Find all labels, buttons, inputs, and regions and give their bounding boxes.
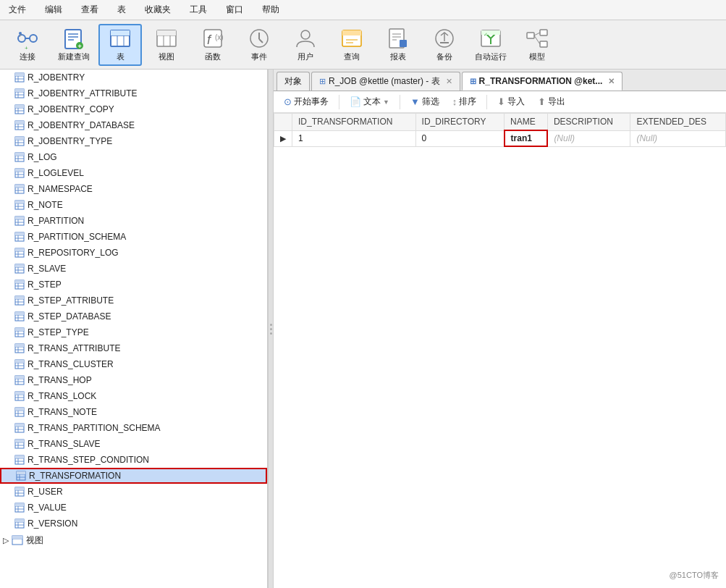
sidebar-resize-handle[interactable]	[268, 70, 274, 588]
text-button[interactable]: 📄 文本 ▼	[345, 94, 394, 109]
sidebar-item-r-trans-lock[interactable]: R_TRANS_LOCK	[0, 388, 267, 404]
menu-window[interactable]: 窗口	[223, 2, 246, 17]
toolbar-backup[interactable]: 备份	[423, 24, 466, 66]
toolbar-connect-label: 连接	[20, 51, 35, 62]
sidebar-item-r-trans-note[interactable]: R_TRANS_NOTE	[0, 404, 267, 420]
sidebar-item-r-step-type[interactable]: R_STEP_TYPE	[0, 324, 267, 340]
col-header-id-transformation[interactable]: ID_TRANSFORMATION	[292, 114, 416, 131]
menu-edit[interactable]: 编辑	[42, 2, 65, 17]
svg-rect-21	[157, 30, 176, 35]
begin-trans-button[interactable]: ⊙ 开始事务	[279, 94, 333, 109]
sidebar-label: R_TRANS_LOCK	[28, 391, 96, 401]
menu-help[interactable]: 帮助	[259, 2, 282, 17]
sidebar-item-r-trans-cluster[interactable]: R_TRANS_CLUSTER	[0, 356, 267, 372]
menu-table[interactable]: 表	[114, 2, 129, 17]
toolbar-model[interactable]: 模型	[515, 24, 559, 66]
table-grid-icon	[14, 391, 25, 401]
sidebar-item-r-jobentry-copy[interactable]: R_JOBENTRY_COPY	[0, 101, 267, 117]
sidebar-item-r-repository-log[interactable]: R_REPOSITORY_LOG	[0, 245, 267, 261]
toolbar-query[interactable]: 查询	[330, 24, 373, 66]
sidebar-item-r-loglevel[interactable]: R_LOGLEVEL	[0, 165, 267, 181]
sidebar-item-r-step[interactable]: R_STEP	[0, 277, 267, 293]
col-header-id-directory[interactable]: ID_DIRECTORY	[415, 114, 505, 131]
table-grid-icon	[14, 311, 25, 322]
sidebar-item-r-user[interactable]: R_USER	[0, 484, 267, 500]
sidebar-item-r-jobentry[interactable]: R_JOBENTRY	[0, 70, 267, 85]
toolbar-report[interactable]: 报表	[376, 24, 420, 66]
toolbar-func[interactable]: f (x) 函数	[191, 24, 235, 66]
sidebar-item-r-transformation[interactable]: R_TRANSFORMATION	[0, 468, 267, 484]
sidebar-item-r-version[interactable]: R_VERSION	[0, 516, 267, 532]
toolbar-event[interactable]: 事件	[237, 24, 281, 66]
sidebar-item-r-slave[interactable]: R_SLAVE	[0, 261, 267, 277]
sidebar-label: R_TRANS_SLAVE	[28, 439, 100, 449]
toolbar-autorun[interactable]: ✓ 自动运行	[469, 24, 512, 66]
tab-rjob-close[interactable]: ✕	[446, 77, 452, 86]
sidebar-item-r-step-attribute[interactable]: R_STEP_ATTRIBUTE	[0, 293, 267, 308]
sidebar-item-r-trans-slave[interactable]: R_TRANS_SLAVE	[0, 436, 267, 452]
cell-extended-des[interactable]: (Null)	[630, 130, 726, 146]
table-row[interactable]: ▶ 1 0 tran1 (Null) (Null)	[274, 130, 726, 146]
cell-name[interactable]: tran1	[505, 130, 548, 146]
menu-favorites[interactable]: 收藏夹	[142, 2, 174, 17]
sidebar-item-r-partition[interactable]: R_PARTITION	[0, 213, 267, 229]
sidebar-views-label: 视图	[26, 534, 43, 547]
svg-rect-154	[15, 392, 24, 395]
col-header-extended-des[interactable]: EXTENDED_DES	[630, 114, 726, 131]
table-grid-icon	[14, 264, 25, 274]
sidebar-item-r-partition-schema[interactable]: R_PARTITION_SCHEMA	[0, 229, 267, 245]
export-icon: ⬆	[538, 96, 546, 107]
svg-text:+: +	[25, 45, 28, 50]
svg-rect-89	[15, 185, 24, 188]
backup-icon	[433, 27, 456, 50]
tab-rjob[interactable]: ⊞ R_JOB @kettle (master) - 表 ✕	[311, 72, 460, 91]
import-icon: ⬇	[497, 96, 505, 107]
menu-tools[interactable]: 工具	[187, 2, 210, 17]
col-header-name[interactable]: NAME	[505, 114, 548, 131]
sort-button[interactable]: ↕ 排序	[448, 94, 481, 109]
sidebar-item-r-log[interactable]: R_LOG	[0, 149, 267, 165]
sidebar-item-r-trans-step-condition[interactable]: R_TRANS_STEP_CONDITION	[0, 452, 267, 468]
menu-file[interactable]: 文件	[6, 2, 29, 17]
func-icon: f (x)	[201, 27, 224, 50]
table-grid-icon	[14, 295, 25, 306]
svg-rect-46	[540, 30, 547, 35]
toolbar-user[interactable]: 用户	[284, 24, 327, 66]
filter-icon: ▼	[410, 96, 420, 107]
col-header-description[interactable]: DESCRIPTION	[547, 114, 630, 131]
sidebar-item-r-trans-attribute[interactable]: R_TRANS_ATTRIBUTE	[0, 340, 267, 356]
toolbar-newquery[interactable]: + 新建查询	[52, 24, 96, 66]
sidebar-item-r-trans-hop[interactable]: R_TRANS_HOP	[0, 372, 267, 388]
tab-objects[interactable]: 对象	[277, 72, 310, 91]
sidebar-label: R_PARTITION	[28, 216, 84, 226]
cell-id-directory[interactable]: 0	[415, 130, 505, 146]
sidebar-item-r-jobentry-type[interactable]: R_JOBENTRY_TYPE	[0, 133, 267, 149]
sidebar-item-r-value[interactable]: R_VALUE	[0, 500, 267, 516]
filter-button[interactable]: ▼ 筛选	[406, 94, 444, 109]
toolbar-table[interactable]: 表	[98, 24, 142, 66]
tab-rtrans[interactable]: ⊞ R_TRANSFORMATION @ket... ✕	[462, 72, 623, 91]
sidebar-label: R_TRANSFORMATION	[29, 471, 121, 481]
watermark: @51CTO博客	[670, 570, 719, 581]
sidebar-item-r-namespace[interactable]: R_NAMESPACE	[0, 181, 267, 197]
sidebar-item-r-trans-partition-schema[interactable]: R_TRANS_PARTITION_SCHEMA	[0, 420, 267, 436]
table-grid-icon	[14, 152, 25, 162]
table-grid-icon	[14, 423, 25, 433]
sidebar-item-r-note[interactable]: R_NOTE	[0, 197, 267, 213]
toolbar-view[interactable]: 视图	[145, 24, 188, 66]
action-sep-2	[400, 95, 400, 109]
svg-rect-174	[15, 455, 24, 458]
sidebar-item-r-jobentry-attribute[interactable]: R_JOBENTRY_ATTRIBUTE	[0, 85, 267, 101]
tab-rtrans-close[interactable]: ✕	[608, 77, 615, 86]
sidebar-item-r-jobentry-database[interactable]: R_JOBENTRY_DATABASE	[0, 117, 267, 133]
begin-trans-label: 开始事务	[294, 96, 329, 108]
import-button[interactable]: ⬇ 导入	[493, 94, 529, 109]
cell-id-transformation[interactable]: 1	[292, 130, 416, 146]
menu-view[interactable]: 查看	[78, 2, 101, 17]
sidebar-item-r-step-database[interactable]: R_STEP_DATABASE	[0, 308, 267, 324]
cell-description[interactable]: (Null)	[547, 130, 630, 146]
toolbar-connect[interactable]: + 连接	[6, 24, 49, 66]
col-header-arrow[interactable]	[274, 114, 292, 131]
export-button[interactable]: ⬆ 导出	[533, 94, 570, 109]
sidebar-views-group[interactable]: ▷ 视图	[0, 532, 267, 549]
